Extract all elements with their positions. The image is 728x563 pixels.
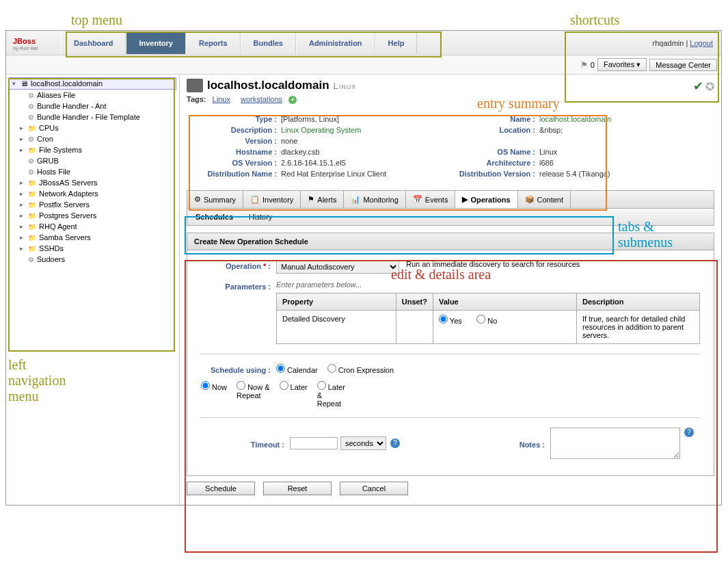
tree-item-label: Samba Servers [39, 233, 91, 241]
tab-monitoring[interactable]: 📊Monitoring [344, 191, 405, 208]
radio-calendar[interactable] [276, 364, 285, 373]
topmenu-item[interactable]: Help [375, 32, 418, 54]
nav-tree: ⚙Aliases File⚙Bundle Handler - Ant⚙Bundl… [9, 90, 176, 265]
tree-item[interactable]: ▸📁File Systems [20, 144, 176, 155]
button-row: Schedule Reset Cancel [187, 476, 714, 501]
radio-now[interactable] [201, 381, 210, 390]
folder-icon: 📁 [28, 125, 36, 132]
timeout-unit-select[interactable]: seconds [340, 436, 386, 450]
cancel-button[interactable]: Cancel [340, 482, 408, 495]
tree-item[interactable]: ⚙Aliases File [20, 90, 176, 101]
tree-item-label: Bundle Handler - File Template [37, 113, 140, 121]
tree-item-label: Aliases File [37, 91, 75, 99]
section-header: Create New Operation Schedule [187, 233, 714, 250]
reset-button[interactable]: Reset [263, 482, 332, 495]
monitor-icon: 🖥 [21, 79, 28, 88]
sidebar: ▾ 🖥 localhost.localdomain ⚙Aliases File⚙… [6, 75, 180, 505]
tree-item[interactable]: ⚙Sudoers [20, 254, 176, 265]
annotation-shortcuts: shortcuts [570, 12, 619, 28]
tree-item-label: SSHDs [39, 244, 64, 252]
tree-item[interactable]: ▸📁Postgres Servers [20, 210, 176, 221]
tag-link[interactable]: Linux [213, 95, 230, 103]
message-center-button[interactable]: Message Center [649, 59, 717, 71]
tab-inventory[interactable]: 📋Inventory [243, 191, 301, 208]
tree-item[interactable]: ⚙Bundle Handler - File Template [20, 112, 176, 122]
tree-item-label: RHQ Agent [39, 222, 77, 231]
submenu-schedules[interactable]: Schedules [196, 213, 233, 221]
radio-no[interactable] [476, 315, 485, 324]
summary-label: Architecture [450, 159, 539, 167]
gear-icon: ⚙ [28, 256, 34, 263]
flag-count: 0 [591, 61, 595, 69]
tree-item[interactable]: ▸⚙Cron [20, 133, 176, 144]
help-icon[interactable]: ? [684, 428, 694, 437]
tree-item-label: Sudoers [37, 255, 65, 263]
operation-select[interactable]: Manual Autodiscovery [276, 260, 399, 274]
username: rhqadmin [653, 39, 684, 47]
tab-icon: 📅 [413, 195, 422, 204]
notes-textarea[interactable] [550, 428, 680, 459]
summary-label: Hostname [192, 148, 281, 156]
tree-item-label: Postfix Servers [39, 200, 90, 209]
summary-label: Distribution Name [192, 170, 281, 178]
tree-item-label: JBossAS Servers [39, 179, 98, 187]
tab-icon: ⚙ [194, 195, 201, 204]
add-tag-icon[interactable]: + [288, 96, 297, 104]
timeout-label: Timeout [201, 438, 290, 449]
tab-content[interactable]: 📦Content [518, 191, 571, 208]
tree-item[interactable]: ▸📁SSHDs [20, 243, 176, 254]
tag-link[interactable]: workstations [241, 95, 282, 103]
col-description: Description [577, 293, 700, 311]
gear-icon: ⚙ [28, 157, 34, 165]
tree-item[interactable]: ⚙GRUB [20, 155, 176, 166]
tree-item-label: GRUB [37, 157, 59, 165]
logout-link[interactable]: Logout [690, 39, 713, 47]
topmenu-item[interactable]: Dashboard [61, 32, 126, 54]
favorites-button[interactable]: Favorites ▾ [597, 58, 647, 71]
radio-yes[interactable] [439, 315, 448, 324]
tab-label: Inventory [262, 196, 293, 204]
tab-alerts[interactable]: ⚑Alerts [301, 191, 344, 208]
radio-later[interactable] [280, 381, 288, 390]
tree-item[interactable]: ⚙Hosts File [20, 166, 176, 177]
timeout-input[interactable] [290, 437, 338, 449]
tab-icon: ⚑ [308, 195, 314, 204]
help-icon[interactable]: ? [390, 438, 400, 448]
schedule-button[interactable]: Schedule [187, 482, 255, 495]
summary-value: Linux Operating System [281, 126, 361, 134]
logo: JBoss by Red Hat [6, 36, 61, 51]
tab-icon: ▶ [462, 195, 468, 204]
notes-label: Notes [400, 438, 550, 449]
tree-root[interactable]: ▾ 🖥 localhost.localdomain [9, 77, 176, 90]
tab-summary[interactable]: ⚙Summary [187, 191, 243, 208]
submenu-history[interactable]: History [249, 213, 272, 221]
parameters-hint: Enter parameters below... [276, 280, 700, 289]
tree-item[interactable]: ▸📁JBossAS Servers [20, 177, 176, 188]
tree-item[interactable]: ▸📁RHQ Agent [20, 221, 176, 232]
tab-operations[interactable]: ▶Operations [455, 191, 517, 208]
radio-later-repeat[interactable] [317, 381, 326, 390]
radio-cron[interactable] [327, 364, 336, 373]
topmenu-item[interactable]: Administration [296, 32, 375, 54]
summary-label: Version [192, 137, 281, 145]
col-unset: Unset? [396, 293, 433, 311]
tree-item[interactable]: ▸📁CPUs [20, 122, 176, 133]
tree-item-label: Network Adapters [39, 189, 98, 198]
tab-row: ⚙Summary📋Inventory⚑Alerts📊Monitoring📅Eve… [187, 190, 714, 209]
platform-icon [187, 79, 203, 92]
topmenu-item[interactable]: Bundles [241, 32, 296, 54]
topmenu-item[interactable]: Inventory [126, 32, 186, 54]
tree-item[interactable]: ▸📁Postfix Servers [20, 199, 176, 210]
radio-now-repeat[interactable] [237, 381, 245, 390]
tree-item[interactable]: ⚙Bundle Handler - Ant [20, 101, 176, 112]
tree-item-label: Bundle Handler - Ant [37, 102, 107, 110]
tab-events[interactable]: 📅Events [406, 191, 456, 208]
topmenu-item[interactable]: Reports [186, 32, 241, 54]
tree-item[interactable]: ▸📁Network Adapters [20, 188, 176, 199]
folder-icon: 📁 [28, 245, 36, 252]
summary-label: OS Name [450, 148, 539, 156]
tab-icon: 📦 [525, 195, 535, 204]
tree-item[interactable]: ▸📁Samba Servers [20, 232, 176, 243]
summary-label: Name [450, 115, 539, 123]
rosette-icon: ✪ [705, 81, 714, 92]
